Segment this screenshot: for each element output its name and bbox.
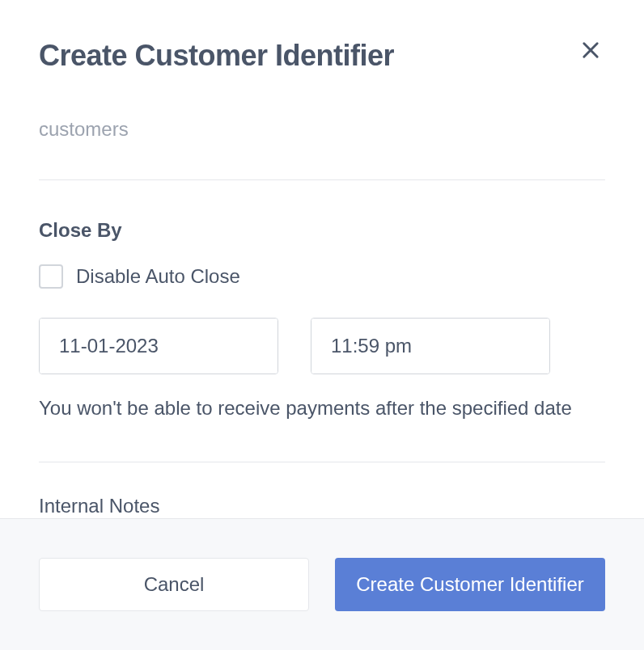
disable-auto-close-label: Disable Auto Close (76, 265, 240, 288)
create-customer-identifier-modal: Create Customer Identifier customers Clo… (0, 0, 644, 650)
close-by-label: Close By (39, 219, 605, 242)
divider (39, 462, 605, 462)
disable-auto-close-checkbox[interactable] (39, 264, 63, 289)
close-button[interactable] (576, 36, 605, 68)
divider (39, 179, 605, 180)
datetime-row (39, 318, 605, 374)
time-input-group (311, 318, 550, 374)
modal-title: Create Customer Identifier (39, 39, 394, 73)
create-customer-identifier-button[interactable]: Create Customer Identifier (335, 558, 605, 611)
partial-description-text: customers (39, 118, 605, 141)
modal-header: Create Customer Identifier (0, 0, 644, 73)
close-icon (579, 39, 602, 61)
disable-auto-close-row: Disable Auto Close (39, 264, 605, 289)
date-input-group (39, 318, 278, 374)
close-by-time-input[interactable] (311, 319, 550, 374)
internal-notes-label: Internal Notes (39, 495, 605, 517)
modal-body: customers Close By Disable Auto Close (0, 73, 644, 518)
close-by-date-input[interactable] (40, 319, 278, 374)
close-by-helper-text: You won't be able to receive payments af… (39, 394, 605, 423)
close-by-section: Close By Disable Auto Close (39, 219, 605, 423)
cancel-button[interactable]: Cancel (39, 558, 309, 611)
modal-footer: Cancel Create Customer Identifier (0, 518, 644, 650)
